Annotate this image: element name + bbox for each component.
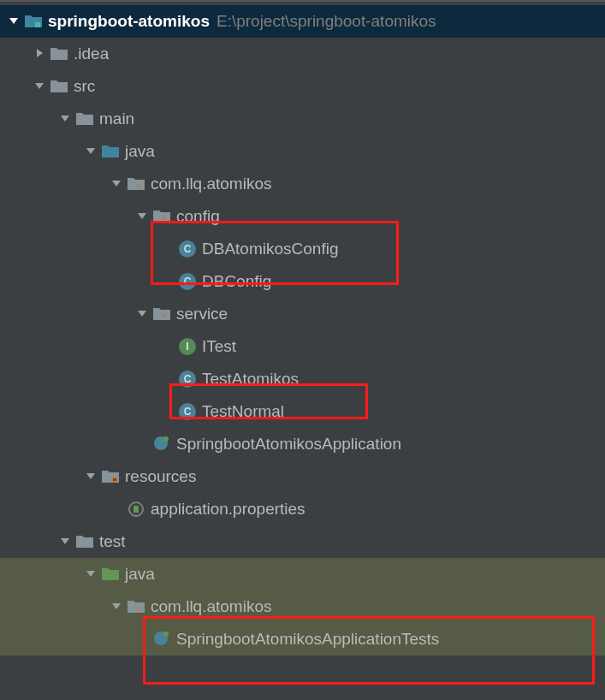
chevron-down-icon[interactable] [34,80,46,92]
tree-row[interactable]: main [0,103,605,135]
source-folder-icon [101,142,120,161]
folder-icon [75,532,94,551]
properties-file-icon [127,500,145,519]
chevron-down-icon[interactable] [137,308,149,320]
tree-row[interactable]: application.properties [0,493,605,525]
tree-row[interactable]: resources [0,460,605,493]
node-label: src [74,77,95,96]
package-icon [152,207,171,226]
node-label: java [125,565,155,584]
node-label: SpringbootAtomikosApplicationTests [176,630,439,649]
node-label: com.llq.atomikos [151,597,272,616]
node-label: TestNormal [202,402,284,421]
chevron-right-icon[interactable] [34,48,46,60]
project-tree[interactable]: springboot-atomikos E:\project\springboo… [0,2,605,656]
spring-boot-icon [152,630,171,649]
tree-row[interactable]: test [0,525,605,558]
chevron-down-icon[interactable] [86,145,98,157]
chevron-down-icon[interactable] [137,211,149,222]
class-icon: C [178,240,197,258]
project-name: springboot-atomikos [48,12,210,31]
tree-row[interactable]: SpringbootAtomikosApplication [0,428,605,460]
tree-row[interactable]: C TestNormal [0,395,605,428]
tree-row[interactable]: service [0,298,605,330]
chevron-down-icon[interactable] [111,601,123,613]
tree-row[interactable]: java [0,135,605,168]
node-label: application.properties [151,500,305,519]
tree-row[interactable]: SpringbootAtomikosApplicationTests [0,623,605,656]
test-folder-icon [101,565,120,584]
node-label: main [99,110,134,128]
tree-row-root[interactable]: springboot-atomikos E:\project\springboo… [0,5,605,38]
tree-row[interactable]: C TestAtomikos [0,363,605,395]
package-icon [152,305,171,323]
package-icon [127,175,145,193]
chevron-down-icon[interactable] [86,471,98,483]
tree-row[interactable]: config [0,200,605,233]
node-label: DBAtomikosConfig [202,240,338,258]
tree-row[interactable]: com.llq.atomikos [0,590,605,623]
node-label: TestAtomikos [202,370,299,389]
folder-icon [75,110,94,128]
package-icon [127,597,145,616]
tree-row[interactable]: I ITest [0,330,605,363]
interface-icon: I [178,337,197,356]
spring-boot-icon [152,435,171,454]
node-label: com.llq.atomikos [151,175,272,193]
node-label: .idea [74,44,109,63]
chevron-down-icon[interactable] [60,536,72,548]
folder-icon [50,77,68,96]
folder-icon [50,44,68,63]
tree-row[interactable]: src [0,70,605,103]
chevron-down-icon[interactable] [60,113,72,125]
node-label: test [99,532,126,551]
tree-row[interactable]: C DBAtomikosConfig [0,233,605,265]
chevron-down-icon[interactable] [111,178,123,190]
tree-row[interactable]: .idea [0,38,605,70]
node-label: java [125,142,155,161]
chevron-down-icon[interactable] [86,568,98,580]
class-icon: C [178,370,197,389]
module-folder-icon [24,12,43,31]
resources-folder-icon [101,467,120,486]
class-icon: C [178,272,197,291]
chevron-down-icon[interactable] [9,15,21,27]
node-label: service [176,305,228,323]
tree-row[interactable]: com.llq.atomikos [0,168,605,200]
node-label: DBConfig [202,272,271,291]
node-label: config [176,207,220,226]
node-label: ITest [202,337,236,356]
tree-row[interactable]: java [0,558,605,590]
tree-row[interactable]: C DBConfig [0,265,605,298]
node-label: SpringbootAtomikosApplication [176,435,401,454]
node-label: resources [125,467,196,486]
class-icon: C [178,402,197,421]
project-path: E:\project\springboot-atomikos [216,12,436,31]
